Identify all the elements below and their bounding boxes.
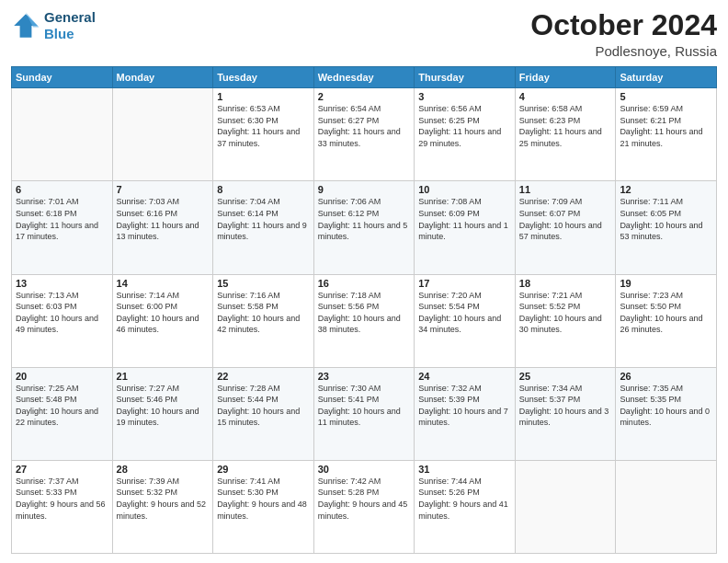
day-number: 26 — [620, 371, 712, 382]
day-info: Sunrise: 7:42 AMSunset: 5:28 PMDaylight:… — [318, 476, 411, 522]
calendar-cell — [616, 460, 717, 553]
day-number: 23 — [318, 371, 411, 382]
calendar-cell: 5 Sunrise: 6:59 AMSunset: 6:21 PMDayligh… — [616, 88, 717, 181]
day-number: 8 — [217, 184, 310, 195]
day-info: Sunrise: 7:06 AMSunset: 6:12 PMDaylight:… — [318, 196, 411, 242]
calendar-week-row-4: 20 Sunrise: 7:25 AMSunset: 5:48 PMDaylig… — [12, 367, 717, 460]
calendar-cell: 8 Sunrise: 7:04 AMSunset: 6:14 PMDayligh… — [213, 181, 314, 274]
day-info: Sunrise: 7:08 AMSunset: 6:09 PMDaylight:… — [418, 196, 511, 242]
col-wednesday: Wednesday — [313, 67, 415, 88]
day-info: Sunrise: 7:13 AMSunset: 6:03 PMDaylight:… — [16, 290, 108, 336]
day-number: 20 — [16, 371, 108, 382]
day-number: 31 — [418, 464, 511, 475]
calendar-cell: 31 Sunrise: 7:44 AMSunset: 5:26 PMDaylig… — [415, 460, 516, 553]
day-info: Sunrise: 7:25 AMSunset: 5:48 PMDaylight:… — [16, 383, 108, 429]
day-number: 21 — [117, 371, 210, 382]
day-info: Sunrise: 7:18 AMSunset: 5:56 PMDaylight:… — [318, 290, 411, 336]
day-number: 18 — [519, 278, 612, 289]
calendar-week-row-5: 27 Sunrise: 7:37 AMSunset: 5:33 PMDaylig… — [12, 460, 717, 553]
day-number: 11 — [519, 184, 612, 195]
day-number: 9 — [318, 184, 411, 195]
day-info: Sunrise: 6:53 AMSunset: 6:30 PMDaylight:… — [217, 103, 310, 149]
day-number: 25 — [519, 371, 612, 382]
calendar-cell: 18 Sunrise: 7:21 AMSunset: 5:52 PMDaylig… — [515, 274, 616, 367]
day-info: Sunrise: 7:21 AMSunset: 5:52 PMDaylight:… — [519, 290, 612, 336]
day-number: 6 — [16, 184, 108, 195]
day-info: Sunrise: 7:30 AMSunset: 5:41 PMDaylight:… — [318, 383, 411, 429]
day-info: Sunrise: 7:11 AMSunset: 6:05 PMDaylight:… — [620, 196, 712, 242]
calendar-week-row-3: 13 Sunrise: 7:13 AMSunset: 6:03 PMDaylig… — [12, 274, 717, 367]
day-info: Sunrise: 7:37 AMSunset: 5:33 PMDaylight:… — [16, 476, 108, 522]
calendar-cell: 15 Sunrise: 7:16 AMSunset: 5:58 PMDaylig… — [213, 274, 314, 367]
day-info: Sunrise: 7:14 AMSunset: 6:00 PMDaylight:… — [117, 290, 210, 336]
col-monday: Monday — [112, 67, 213, 88]
day-number: 3 — [418, 91, 511, 102]
calendar-cell: 24 Sunrise: 7:32 AMSunset: 5:39 PMDaylig… — [415, 367, 516, 460]
day-info: Sunrise: 7:01 AMSunset: 6:18 PMDaylight:… — [16, 196, 108, 242]
day-number: 1 — [217, 91, 310, 102]
calendar-cell: 23 Sunrise: 7:30 AMSunset: 5:41 PMDaylig… — [313, 367, 415, 460]
calendar-cell: 11 Sunrise: 7:09 AMSunset: 6:07 PMDaylig… — [515, 181, 616, 274]
day-number: 2 — [318, 91, 411, 102]
day-info: Sunrise: 7:32 AMSunset: 5:39 PMDaylight:… — [418, 383, 511, 429]
day-number: 16 — [318, 278, 411, 289]
calendar-week-row-2: 6 Sunrise: 7:01 AMSunset: 6:18 PMDayligh… — [12, 181, 717, 274]
day-number: 17 — [418, 278, 511, 289]
day-number: 30 — [318, 464, 411, 475]
calendar-cell: 10 Sunrise: 7:08 AMSunset: 6:09 PMDaylig… — [415, 181, 516, 274]
calendar-cell — [12, 88, 113, 181]
calendar-cell — [515, 460, 616, 553]
day-info: Sunrise: 7:20 AMSunset: 5:54 PMDaylight:… — [418, 290, 511, 336]
header: General Blue October 2024 Podlesnoye, Ru… — [11, 9, 717, 59]
calendar-cell: 1 Sunrise: 6:53 AMSunset: 6:30 PMDayligh… — [213, 88, 314, 181]
day-number: 4 — [519, 91, 612, 102]
calendar-cell: 30 Sunrise: 7:42 AMSunset: 5:28 PMDaylig… — [313, 460, 415, 553]
day-info: Sunrise: 6:59 AMSunset: 6:21 PMDaylight:… — [620, 103, 712, 149]
day-number: 28 — [117, 464, 210, 475]
day-number: 14 — [117, 278, 210, 289]
col-saturday: Saturday — [616, 67, 717, 88]
day-number: 19 — [620, 278, 712, 289]
calendar-cell: 19 Sunrise: 7:23 AMSunset: 5:50 PMDaylig… — [616, 274, 717, 367]
day-info: Sunrise: 7:41 AMSunset: 5:30 PMDaylight:… — [217, 476, 310, 522]
logo-text: General Blue — [44, 9, 96, 42]
calendar-cell: 6 Sunrise: 7:01 AMSunset: 6:18 PMDayligh… — [12, 181, 113, 274]
logo-icon — [11, 11, 40, 40]
calendar-cell: 27 Sunrise: 7:37 AMSunset: 5:33 PMDaylig… — [12, 460, 113, 553]
calendar-table: Sunday Monday Tuesday Wednesday Thursday… — [11, 66, 717, 554]
calendar-cell: 3 Sunrise: 6:56 AMSunset: 6:25 PMDayligh… — [415, 88, 516, 181]
calendar-cell: 9 Sunrise: 7:06 AMSunset: 6:12 PMDayligh… — [313, 181, 415, 274]
day-number: 12 — [620, 184, 712, 195]
col-sunday: Sunday — [12, 67, 113, 88]
month-title: October 2024 — [530, 9, 717, 41]
calendar-cell: 2 Sunrise: 6:54 AMSunset: 6:27 PMDayligh… — [313, 88, 415, 181]
calendar-cell: 7 Sunrise: 7:03 AMSunset: 6:16 PMDayligh… — [112, 181, 213, 274]
day-info: Sunrise: 7:03 AMSunset: 6:16 PMDaylight:… — [117, 196, 210, 242]
calendar-cell: 4 Sunrise: 6:58 AMSunset: 6:23 PMDayligh… — [515, 88, 616, 181]
calendar-cell: 20 Sunrise: 7:25 AMSunset: 5:48 PMDaylig… — [12, 367, 113, 460]
day-info: Sunrise: 7:35 AMSunset: 5:35 PMDaylight:… — [620, 383, 712, 429]
day-info: Sunrise: 6:54 AMSunset: 6:27 PMDaylight:… — [318, 103, 411, 149]
day-info: Sunrise: 7:44 AMSunset: 5:26 PMDaylight:… — [418, 476, 511, 522]
title-block: October 2024 Podlesnoye, Russia — [530, 9, 717, 59]
day-number: 22 — [217, 371, 310, 382]
day-info: Sunrise: 7:23 AMSunset: 5:50 PMDaylight:… — [620, 290, 712, 336]
location-title: Podlesnoye, Russia — [530, 43, 717, 59]
calendar-cell — [112, 88, 213, 181]
day-info: Sunrise: 6:58 AMSunset: 6:23 PMDaylight:… — [519, 103, 612, 149]
calendar-cell: 12 Sunrise: 7:11 AMSunset: 6:05 PMDaylig… — [616, 181, 717, 274]
day-number: 13 — [16, 278, 108, 289]
day-number: 27 — [16, 464, 108, 475]
calendar-cell: 28 Sunrise: 7:39 AMSunset: 5:32 PMDaylig… — [112, 460, 213, 553]
calendar-cell: 22 Sunrise: 7:28 AMSunset: 5:44 PMDaylig… — [213, 367, 314, 460]
day-info: Sunrise: 7:34 AMSunset: 5:37 PMDaylight:… — [519, 383, 612, 429]
calendar-week-row-1: 1 Sunrise: 6:53 AMSunset: 6:30 PMDayligh… — [12, 88, 717, 181]
day-info: Sunrise: 7:28 AMSunset: 5:44 PMDaylight:… — [217, 383, 310, 429]
day-number: 29 — [217, 464, 310, 475]
logo: General Blue — [11, 9, 96, 42]
col-friday: Friday — [515, 67, 616, 88]
day-info: Sunrise: 7:39 AMSunset: 5:32 PMDaylight:… — [117, 476, 210, 522]
calendar-cell: 17 Sunrise: 7:20 AMSunset: 5:54 PMDaylig… — [415, 274, 516, 367]
day-info: Sunrise: 7:27 AMSunset: 5:46 PMDaylight:… — [117, 383, 210, 429]
calendar-cell: 14 Sunrise: 7:14 AMSunset: 6:00 PMDaylig… — [112, 274, 213, 367]
